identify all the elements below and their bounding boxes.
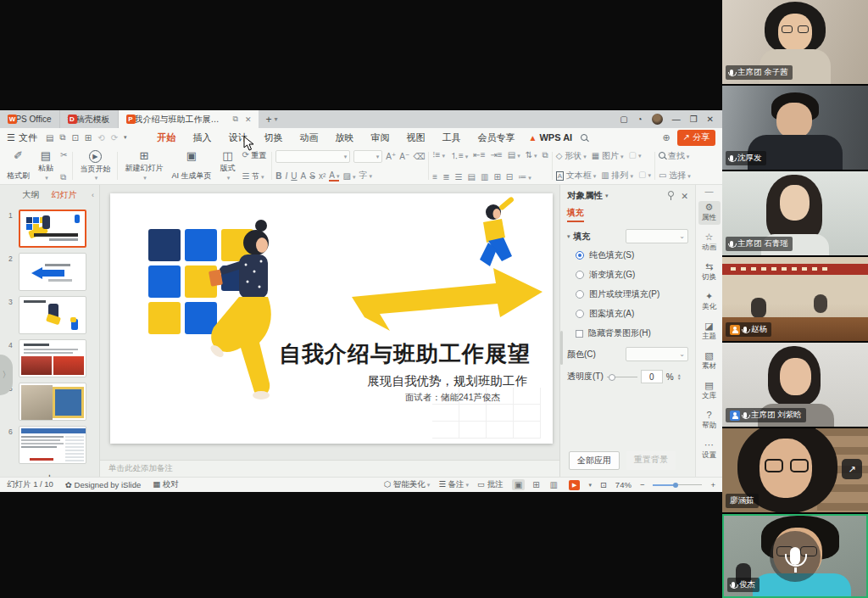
mirror-view-icon[interactable]: ↗ [842, 459, 862, 479]
layout-button[interactable]: ◫ 版式 [218, 149, 236, 182]
menu-member[interactable]: 会员专享 [470, 131, 524, 144]
textbox-button[interactable]: A 文本框 [556, 170, 597, 182]
table-icon[interactable]: ⊟ [506, 172, 513, 182]
arrange-button[interactable]: ▥ 排列 [601, 170, 633, 182]
color-select[interactable]: ⌄ [626, 347, 688, 361]
radio-pattern-fill[interactable]: 图案填充(A) [576, 308, 688, 320]
slideshow-play-button[interactable]: ▶ [569, 480, 580, 490]
align-center-icon[interactable]: ≣ [442, 172, 449, 182]
highlight-icon[interactable]: ▨ [342, 171, 355, 181]
smart-beautify-button[interactable]: ⬡ 智能美化 [384, 479, 430, 490]
undo-icon[interactable]: ⟲ [97, 133, 104, 143]
columns-icon[interactable]: ⊞ [493, 172, 500, 182]
cut-icon[interactable]: ✂ [60, 150, 67, 159]
menu-slideshow[interactable]: 放映 [327, 131, 363, 144]
panel-scrollbar[interactable] [560, 331, 563, 365]
new-slide-button[interactable]: ⊞ 新建幻灯片 [123, 149, 164, 182]
select-button[interactable]: ▭ 选择 [659, 170, 691, 182]
menu-view[interactable]: 视图 [398, 131, 434, 144]
wps-ai-button[interactable]: ▲ WPS AI [529, 132, 573, 143]
video-tile[interactable]: 主席团 石青瑶 [722, 171, 868, 255]
play-from-current-button[interactable]: ▶ 当页开始 [78, 149, 112, 182]
menu-insert[interactable]: 插入 [185, 131, 220, 144]
slide-presenter[interactable]: 面试者：储能241芦俊杰 [405, 392, 500, 404]
print-icon[interactable]: ⊡ [71, 133, 78, 143]
tab-detach-icon[interactable]: ⧉ [233, 115, 238, 124]
numbering-icon[interactable]: ⒈≡ [450, 150, 468, 162]
reading-view-icon[interactable]: ▥ [548, 479, 560, 490]
underline-icon[interactable]: U [291, 171, 297, 181]
video-tile[interactable]: 赵杨 [722, 257, 868, 341]
radio-solid-fill[interactable]: 纯色填充(S) [576, 249, 688, 261]
save-icon[interactable]: ▤ [46, 133, 53, 143]
panel-close-icon[interactable]: ✕ [681, 191, 688, 201]
section-button[interactable]: ☰ 节 [242, 171, 266, 182]
rail-animation[interactable]: ☆动画 [698, 231, 721, 254]
italic-icon[interactable]: I [286, 171, 288, 181]
preview-icon[interactable]: ⊞ [85, 133, 92, 143]
minimize-button[interactable]: — [672, 115, 681, 124]
slide-subtitle[interactable]: 展现自我优势，规划班助工作 [368, 373, 528, 389]
unmute-overlay-button[interactable] [770, 531, 821, 582]
slide-thumbnail-6[interactable]: 6 [0, 423, 99, 467]
output-icon[interactable]: ⧉ [59, 132, 65, 143]
radio-picture-fill[interactable]: 图片或纹理填充(P) [576, 288, 688, 300]
app-tab[interactable]: W WPS Office [0, 110, 60, 128]
shadow-icon[interactable]: A [301, 171, 307, 181]
strikethrough-icon[interactable]: S [309, 171, 315, 181]
tab-list-caret-icon[interactable]: ▾ [275, 115, 278, 123]
picture-button[interactable]: ▦ 图片 [592, 150, 624, 162]
bold-icon[interactable]: B [275, 171, 281, 181]
slide-thumbnail-4[interactable]: 4 [0, 337, 99, 380]
distribute-icon[interactable]: ▥ [481, 172, 488, 182]
reset-button[interactable]: ⟳ 重置 [242, 150, 266, 160]
ai-generate-page-button[interactable]: ▣ AI 生成单页 [170, 149, 213, 182]
tab-slides[interactable]: 幻灯片 [52, 189, 77, 201]
copy-icon[interactable]: ⧉ [60, 172, 67, 182]
indent-icon[interactable]: ⇥≡ [490, 150, 502, 162]
pin-icon[interactable] [668, 191, 674, 197]
fullscreen-icon[interactable]: ⊡ [600, 480, 607, 489]
panel-caret-icon[interactable]: ▾ [605, 193, 609, 199]
rail-beautify[interactable]: ✦美化 [698, 290, 721, 314]
zoom-slider[interactable] [653, 484, 702, 485]
decrease-font-icon[interactable]: A⁻ [399, 152, 409, 161]
tab-docer-template[interactable]: D 投稿壳模板 [60, 110, 119, 128]
section-caret-icon[interactable]: ▾ [567, 233, 570, 240]
slide-thumbnail-2[interactable]: 2 [0, 250, 99, 293]
slide-thumbnail-1[interactable]: 1 [0, 207, 99, 250]
format-painter-button[interactable]: ✐ 格式刷 [5, 149, 31, 182]
add-slide-button[interactable]: + [0, 470, 99, 477]
notes-bar[interactable]: 单击此处添加备注 [100, 460, 559, 477]
file-menu[interactable]: ☰ 文件 [7, 131, 37, 144]
rail-help[interactable]: ?帮助 [698, 409, 721, 433]
bullets-icon[interactable]: ⁝≡ [432, 150, 445, 162]
restore-button[interactable]: ❐ [690, 115, 698, 124]
slide-title[interactable]: 自我介绍与班助工作展望 [279, 339, 531, 369]
rail-assets[interactable]: ▧素材 [698, 349, 721, 373]
menu-home[interactable]: 开始 [149, 131, 185, 144]
clear-format-icon[interactable]: ⌫ [413, 152, 425, 161]
close-button[interactable]: ✕ [707, 115, 714, 124]
reset-background-button[interactable]: 重置背景 [626, 451, 676, 470]
notes-button[interactable]: ☰ 备注 [438, 479, 469, 490]
tab-close-icon[interactable]: ✕ [245, 115, 252, 124]
video-tile[interactable]: 沈厚发 [722, 86, 868, 170]
account-avatar[interactable] [652, 114, 663, 125]
shapes-button[interactable]: ◇ 形状 [556, 150, 587, 162]
find-button[interactable]: 查找 [659, 150, 689, 162]
slide-thumbnail-3[interactable]: 3 [0, 293, 99, 337]
upload-cloud-icon[interactable]: ⊕ [662, 132, 670, 143]
current-slide[interactable]: 自我介绍与班助工作展望 展现自我优势，规划班助工作 面试者：储能241芦俊杰 [110, 193, 553, 444]
align-right-icon[interactable]: ☰ [455, 172, 463, 182]
slide-thumbnail-5[interactable]: 5 [0, 380, 99, 423]
text-direction-icon[interactable]: ▤ [508, 150, 520, 162]
zoom-in-icon[interactable]: + [710, 480, 715, 489]
menu-tools[interactable]: 工具 [434, 131, 470, 144]
apply-all-button[interactable]: 全部应用 [569, 451, 620, 470]
menu-transition[interactable]: 切换 [256, 131, 292, 144]
video-tile[interactable]: 主席团 刘紫晗 [722, 343, 868, 427]
smartart-icon[interactable]: ⧉ [542, 150, 548, 162]
superscript-icon[interactable]: x² [319, 171, 326, 181]
fill-type-select[interactable]: ⌄ [626, 229, 688, 243]
